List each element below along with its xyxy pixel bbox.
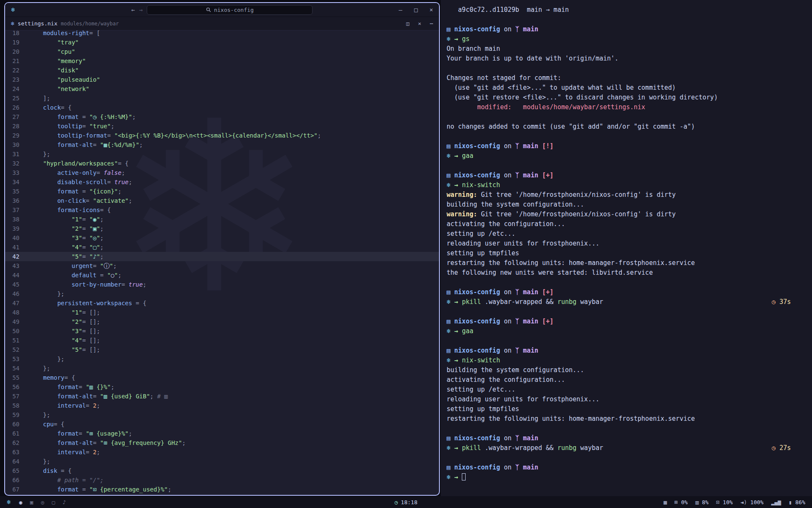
workspace-button-5[interactable]: ♪ [63, 499, 66, 505]
terminal-line: setting up /etc... [447, 229, 791, 239]
workspace-button-3[interactable]: ◎ [41, 499, 44, 505]
code-line[interactable]: 51 "4"= []; [5, 336, 439, 345]
line-number: 44 [5, 271, 29, 280]
line-number: 68 [5, 494, 29, 495]
bar-module-memory[interactable]: ▥ 8% [695, 499, 708, 505]
code-line[interactable]: 47 persistent-workspaces = { [5, 298, 439, 308]
code-line[interactable]: 22 "disk" [5, 66, 439, 75]
maximize-button[interactable]: □ [414, 6, 417, 13]
terminal-line: restarting the following units: home-man… [447, 414, 791, 424]
terminal-line: ▤ nixos-config on ᛉ main [+] [447, 171, 791, 180]
workspace-button-4[interactable]: ▢ [52, 499, 55, 505]
terminal-output: a9c0c72..d11029b main → main▤ nixos-conf… [447, 5, 791, 482]
code-line[interactable]: 61 format= "⊞ {usage}%"; [5, 429, 439, 438]
code-line[interactable]: 26 clock= { [5, 103, 439, 112]
code-line[interactable]: 68 interval= 60; [5, 494, 439, 495]
tab-settings-nix[interactable]: ❄ settings.nix modules/home/waybar [11, 20, 119, 27]
code-line[interactable]: 24 "network" [5, 84, 439, 94]
forward-arrow-icon[interactable]: → [139, 6, 143, 13]
code-line[interactable]: 54 }; [5, 364, 439, 373]
battery-icon: ▮ [789, 499, 792, 505]
workspace-button-1[interactable]: ◉ [19, 499, 22, 505]
code-line[interactable]: 19 "tray" [5, 38, 439, 47]
code-line[interactable]: 37 format-icons= { [5, 205, 439, 215]
split-editor-icon[interactable]: ◫ [406, 20, 410, 27]
code-line[interactable]: 59 }; [5, 410, 439, 420]
code-line[interactable]: 18 modules-right= [ [5, 30, 439, 38]
terminal-line: reloading user units for frostphoenix... [447, 395, 791, 404]
code-line[interactable]: 58 interval= 2; [5, 401, 439, 410]
terminal-line [447, 15, 791, 25]
clock-module[interactable]: ◷ 18:18 [395, 499, 417, 505]
code-line[interactable]: 57 format-alt= "▥ {used} GiB"; # ▥ [5, 392, 439, 401]
code-line[interactable]: 40 "3"= "◎"; [5, 233, 439, 243]
line-number: 39 [5, 224, 29, 233]
line-number: 64 [5, 457, 29, 466]
editor-window[interactable]: ❄ ← → nixos-config — □ × ❄ [4, 2, 440, 496]
code-line[interactable]: 56 format= "▥ {}%"; [5, 382, 439, 392]
bar-module-battery[interactable]: ▮ 86% [789, 499, 805, 505]
code-line[interactable]: 23 "pulseaudio" [5, 75, 439, 84]
code-line[interactable]: 53 }; [5, 354, 439, 364]
code-line[interactable]: 34 disable-scroll= true; [5, 177, 439, 187]
code-line[interactable]: 25 ]; [5, 94, 439, 103]
close-button[interactable]: × [430, 6, 433, 13]
terminal-window[interactable]: a9c0c72..d11029b main → main▤ nixos-conf… [441, 0, 812, 496]
code-line[interactable]: 44 default = "○"; [5, 271, 439, 280]
code-line[interactable]: 46 }; [5, 289, 439, 298]
code-line[interactable]: 67 format = "⊡ {percentage_used}%"; [5, 485, 439, 494]
code-line[interactable]: 66 # path = "/"; [5, 475, 439, 485]
back-arrow-icon[interactable]: ← [132, 6, 135, 13]
bar-module-tray[interactable]: ▦ [664, 499, 667, 505]
code-line[interactable]: 29 tooltip-format= "<big>{:%Y %B}</big>\… [5, 131, 439, 140]
terminal-line: (use "git restore <file>..." to discard … [447, 93, 791, 102]
code-line[interactable]: 48 "1"= []; [5, 308, 439, 317]
command-center: ← → nixos-config [5, 5, 439, 15]
code-line[interactable]: 55 memory= { [5, 373, 439, 382]
line-number: 58 [5, 401, 29, 410]
code-line[interactable]: 45 sort-by-number= true; [5, 280, 439, 289]
code-line[interactable]: 43 urgent= "ⓘ"; [5, 261, 439, 271]
code-line[interactable]: 28 tooltip= "true"; [5, 121, 439, 131]
code-line[interactable]: 39 "2"= "▣"; [5, 224, 439, 233]
bar-module-cpu[interactable]: ⊞ 0% [675, 499, 688, 505]
close-tab-icon[interactable]: × [418, 20, 421, 27]
code-line[interactable]: 38 "1"= "◉"; [5, 215, 439, 224]
code-line[interactable]: 31 }; [5, 149, 439, 159]
window-controls: — □ × [399, 6, 433, 13]
code-line[interactable]: 65 disk = { [5, 466, 439, 475]
code-line[interactable]: 41 "4"= "▢"; [5, 243, 439, 252]
terminal-line: Changes not staged for commit: [447, 73, 791, 83]
code-line[interactable]: 52 "5"= []; [5, 345, 439, 354]
bar-module-disk[interactable]: ⊡ 10% [716, 499, 732, 505]
code-line[interactable]: 30 format-alt= "▦{:%d/%m}"; [5, 140, 439, 149]
code-editor[interactable]: ❄ 18 modules-right= [19 "tray"20 "cpu"21… [5, 30, 439, 495]
code-line[interactable]: 36 on-click= "activate"; [5, 196, 439, 205]
code-line[interactable]: 63 interval= 2; [5, 447, 439, 457]
code-line[interactable]: 49 "2"= []; [5, 317, 439, 326]
code-line[interactable]: 60 cpu= { [5, 420, 439, 429]
code-line[interactable]: 42 "5"= "♪"; [5, 252, 439, 261]
line-number: 32 [5, 159, 29, 168]
code-line[interactable]: 27 format = "◷ {:%H:%M}"; [5, 112, 439, 121]
code-line[interactable]: 64 }; [5, 457, 439, 466]
line-number: 47 [5, 298, 29, 308]
line-number: 66 [5, 475, 29, 485]
bar-module-pulseaudio[interactable]: ◄) 100% [741, 499, 764, 505]
line-number: 28 [5, 121, 29, 131]
terminal-line: activating the configuration... [447, 375, 791, 385]
more-actions-icon[interactable]: ⋯ [430, 20, 433, 27]
code-line[interactable]: 50 "3"= []; [5, 326, 439, 336]
bar-module-network[interactable]: ▂▄▆ [771, 499, 781, 505]
code-line[interactable]: 33 active-only= false; [5, 168, 439, 177]
code-line[interactable]: 32 "hyprland/workspaces"= { [5, 159, 439, 168]
search-box[interactable]: nixos-config [147, 5, 313, 15]
code-line[interactable]: 35 format = "{icon}"; [5, 187, 439, 196]
nixos-menu-icon[interactable]: ❄ [7, 498, 11, 506]
terminal-line: restarting the following units: home-man… [447, 258, 791, 268]
minimize-button[interactable]: — [399, 6, 402, 13]
code-line[interactable]: 20 "cpu" [5, 47, 439, 56]
workspace-button-2[interactable]: ▣ [30, 499, 33, 505]
code-line[interactable]: 62 format-alt= "⊞ {avg_frequency} GHz"; [5, 438, 439, 447]
code-line[interactable]: 21 "memory" [5, 56, 439, 66]
